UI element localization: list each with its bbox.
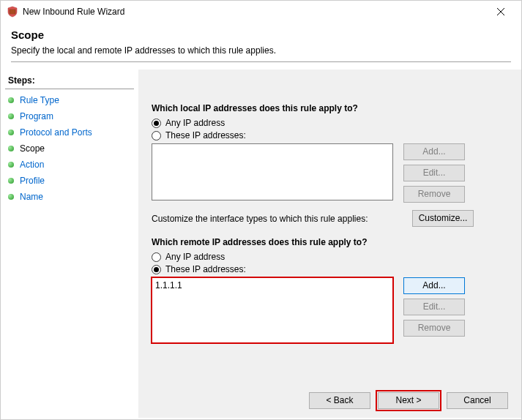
bullet-icon xyxy=(8,162,14,168)
local-edit-button: Edit... xyxy=(403,165,465,181)
next-button[interactable]: Next > xyxy=(378,392,439,409)
step-label: Protocol and Ports xyxy=(20,127,92,138)
remote-these-ip-radio[interactable]: These IP addresses: xyxy=(152,264,508,274)
radio-label: Any IP address xyxy=(165,252,225,262)
step-name[interactable]: Name xyxy=(5,189,138,205)
local-ip-question: Which local IP addresses does this rule … xyxy=(152,103,508,113)
bullet-icon xyxy=(8,178,14,184)
page-subtitle: Specify the local and remote IP addresse… xyxy=(11,45,511,56)
bullet-icon xyxy=(8,194,14,200)
local-remove-button: Remove xyxy=(403,186,465,203)
local-any-ip-radio[interactable]: Any IP address xyxy=(152,118,508,128)
close-button[interactable] xyxy=(486,1,515,22)
local-ip-listbox[interactable] xyxy=(152,143,393,200)
bullet-icon xyxy=(8,146,14,151)
svg-rect-0 xyxy=(10,10,15,14)
close-icon xyxy=(497,8,504,15)
step-label: Program xyxy=(20,111,53,121)
steps-sidebar: Steps: Rule Type Program Protocol and Po… xyxy=(1,70,138,418)
cancel-button[interactable]: Cancel xyxy=(447,392,508,409)
remote-edit-button: Edit... xyxy=(403,299,465,315)
main-panel: Which local IP addresses does this rule … xyxy=(138,70,521,418)
radio-icon xyxy=(152,252,161,262)
step-label: Rule Type xyxy=(20,95,59,105)
back-button[interactable]: < Back xyxy=(309,392,370,409)
remote-add-button[interactable]: Add... xyxy=(403,277,465,294)
firewall-icon xyxy=(7,6,18,18)
radio-label: Any IP address xyxy=(165,118,225,128)
wizard-header: Scope Specify the local and remote IP ad… xyxy=(1,23,521,70)
bullet-icon xyxy=(8,97,14,103)
list-item[interactable]: 1.1.1.1 xyxy=(155,280,389,290)
radio-icon xyxy=(152,131,161,140)
step-label: Name xyxy=(20,192,43,202)
step-label: Scope xyxy=(20,143,45,154)
radio-label: These IP addresses: xyxy=(165,264,246,274)
steps-title: Steps: xyxy=(5,74,134,89)
page-title: Scope xyxy=(11,29,511,41)
titlebar: New Inbound Rule Wizard xyxy=(1,1,521,23)
bullet-icon xyxy=(8,113,14,119)
divider xyxy=(11,61,511,62)
step-label: Profile xyxy=(20,176,45,186)
remote-ip-question: Which remote IP addresses does this rule… xyxy=(152,237,508,247)
radio-icon xyxy=(152,119,161,128)
bullet-icon xyxy=(8,130,14,135)
radio-label: These IP addresses: xyxy=(165,130,246,140)
radio-icon xyxy=(152,265,161,274)
local-add-button[interactable]: Add... xyxy=(403,143,465,160)
window-title: New Inbound Rule Wizard xyxy=(23,7,486,17)
step-label: Action xyxy=(20,160,44,170)
customize-text: Customize the interface types to which t… xyxy=(152,214,368,224)
step-profile[interactable]: Profile xyxy=(5,173,138,189)
step-program[interactable]: Program xyxy=(5,108,138,124)
wizard-footer: < Back Next > Cancel xyxy=(309,392,508,409)
step-protocol-ports[interactable]: Protocol and Ports xyxy=(5,124,138,140)
remote-ip-listbox[interactable]: 1.1.1.1 xyxy=(152,277,393,343)
remote-any-ip-radio[interactable]: Any IP address xyxy=(152,252,508,262)
step-action[interactable]: Action xyxy=(5,157,138,173)
customize-button[interactable]: Customize... xyxy=(412,210,474,227)
remote-remove-button: Remove xyxy=(403,320,465,337)
step-rule-type[interactable]: Rule Type xyxy=(5,92,138,108)
local-these-ip-radio[interactable]: These IP addresses: xyxy=(152,130,508,140)
step-scope[interactable]: Scope xyxy=(5,140,138,157)
